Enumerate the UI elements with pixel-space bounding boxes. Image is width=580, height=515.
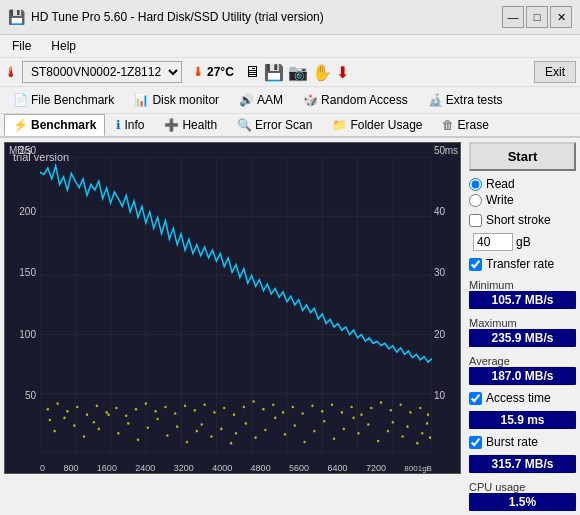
svg-point-23: [93, 421, 95, 424]
tabs-row-2: ⚡ Benchmark ℹ Info ➕ Health 🔍 Error Scan…: [0, 114, 580, 138]
svg-point-32: [176, 425, 178, 428]
start-button[interactable]: Start: [469, 142, 576, 171]
tab-aam[interactable]: 🔊 AAM: [230, 89, 292, 111]
svg-point-53: [367, 423, 369, 426]
svg-point-25: [107, 413, 109, 416]
svg-point-18: [49, 419, 51, 422]
exit-button[interactable]: Exit: [534, 61, 576, 83]
svg-point-19: [54, 430, 56, 433]
disk-select[interactable]: ST8000VN0002-1Z8112 (8001 gB): [22, 61, 182, 83]
stroke-value-input[interactable]: [473, 233, 513, 251]
svg-point-87: [282, 411, 284, 414]
menu-help[interactable]: Help: [47, 37, 80, 55]
short-stroke-input[interactable]: [469, 214, 482, 227]
svg-point-31: [166, 434, 168, 437]
svg-point-56: [392, 421, 394, 424]
transfer-rate-checkbox[interactable]: Transfer rate: [469, 257, 576, 271]
svg-point-97: [380, 401, 382, 404]
svg-point-76: [174, 412, 176, 415]
burst-rate-input[interactable]: [469, 436, 482, 449]
write-radio[interactable]: [469, 194, 482, 207]
minimize-button[interactable]: —: [502, 6, 524, 28]
main-content: MB/s ms 250 200 150 100 50 50 40 30 20 1…: [0, 138, 580, 478]
svg-point-98: [390, 409, 392, 412]
access-time-checkbox[interactable]: Access time: [469, 391, 576, 405]
temperature-display: 🌡 27°C: [186, 63, 240, 81]
svg-point-63: [47, 408, 49, 411]
svg-point-86: [272, 403, 274, 406]
svg-point-46: [303, 441, 305, 444]
svg-point-68: [96, 405, 98, 408]
icon-hand: ✋: [312, 63, 332, 82]
svg-point-99: [399, 403, 401, 406]
svg-point-28: [137, 439, 139, 442]
y-axis-right: 50 40 30 20 10: [432, 143, 460, 453]
svg-point-93: [341, 411, 343, 414]
svg-point-100: [409, 411, 411, 414]
cpu-usage-value: 1.5%: [469, 493, 576, 511]
burst-rate-checkbox[interactable]: Burst rate: [469, 435, 576, 449]
read-option[interactable]: Read: [469, 177, 576, 191]
folder-usage-icon: 📁: [332, 118, 347, 132]
erase-icon: 🗑: [442, 118, 454, 132]
thermometer-icon: 🌡: [4, 64, 18, 80]
tab-benchmark[interactable]: ⚡ Benchmark: [4, 114, 105, 136]
tab-random-access[interactable]: 🎲 Random Access: [294, 89, 417, 111]
svg-point-90: [311, 405, 313, 408]
stroke-unit: gB: [516, 235, 531, 249]
svg-point-44: [284, 433, 286, 436]
tab-erase[interactable]: 🗑 Erase: [433, 114, 497, 136]
short-stroke-checkbox[interactable]: Short stroke: [469, 213, 576, 227]
svg-point-84: [252, 400, 254, 403]
burst-rate-value: 315.7 MB/s: [469, 455, 576, 473]
read-radio[interactable]: [469, 178, 482, 191]
close-button[interactable]: ✕: [550, 6, 572, 28]
tab-folder-usage[interactable]: 📁 Folder Usage: [323, 114, 431, 136]
svg-point-88: [292, 406, 294, 409]
trial-watermark: trial version: [13, 151, 69, 163]
maximum-value: 235.9 MB/s: [469, 329, 576, 347]
svg-point-79: [203, 403, 205, 406]
svg-point-102: [427, 413, 429, 416]
title-bar-controls[interactable]: — □ ✕: [502, 6, 572, 28]
svg-point-33: [186, 441, 188, 444]
svg-point-42: [264, 429, 266, 432]
svg-point-77: [184, 405, 186, 408]
tab-error-scan[interactable]: 🔍 Error Scan: [228, 114, 321, 136]
benchmark-chart: [40, 157, 432, 453]
tab-health[interactable]: ➕ Health: [155, 114, 226, 136]
menu-file[interactable]: File: [8, 37, 35, 55]
read-write-group: Read Write: [469, 177, 576, 207]
svg-point-20: [63, 417, 65, 420]
minimum-stat: Minimum 105.7 MB/s: [469, 277, 576, 309]
maximum-label: Maximum: [469, 317, 576, 329]
window-title: HD Tune Pro 5.60 - Hard Disk/SSD Utility…: [31, 10, 324, 24]
svg-point-65: [66, 410, 68, 413]
svg-point-60: [421, 432, 423, 435]
cpu-usage-stat: CPU usage 1.5%: [469, 479, 576, 511]
average-value: 187.0 MB/s: [469, 367, 576, 385]
tab-file-benchmark[interactable]: 📄 File Benchmark: [4, 89, 123, 111]
tab-info[interactable]: ℹ Info: [107, 114, 153, 136]
temp-icon: 🌡: [192, 65, 204, 79]
disk-monitor-icon: 📊: [134, 93, 149, 107]
svg-point-38: [230, 442, 232, 445]
svg-point-62: [429, 436, 431, 439]
svg-point-29: [147, 426, 149, 429]
maximize-button[interactable]: □: [526, 6, 548, 28]
title-bar-left: 💾 HD Tune Pro 5.60 - Hard Disk/SSD Utili…: [8, 9, 324, 25]
svg-point-85: [262, 408, 264, 411]
svg-point-101: [419, 407, 421, 410]
health-icon: ➕: [164, 118, 179, 132]
minimum-label: Minimum: [469, 279, 576, 291]
access-time-input[interactable]: [469, 392, 482, 405]
svg-point-92: [331, 403, 333, 406]
svg-point-75: [164, 406, 166, 409]
transfer-rate-input[interactable]: [469, 258, 482, 271]
icon-photo: 📷: [288, 63, 308, 82]
svg-point-89: [301, 412, 303, 415]
tab-disk-monitor[interactable]: 📊 Disk monitor: [125, 89, 228, 111]
svg-point-74: [154, 410, 156, 413]
tab-extra-tests[interactable]: 🔬 Extra tests: [419, 89, 512, 111]
write-option[interactable]: Write: [469, 193, 576, 207]
